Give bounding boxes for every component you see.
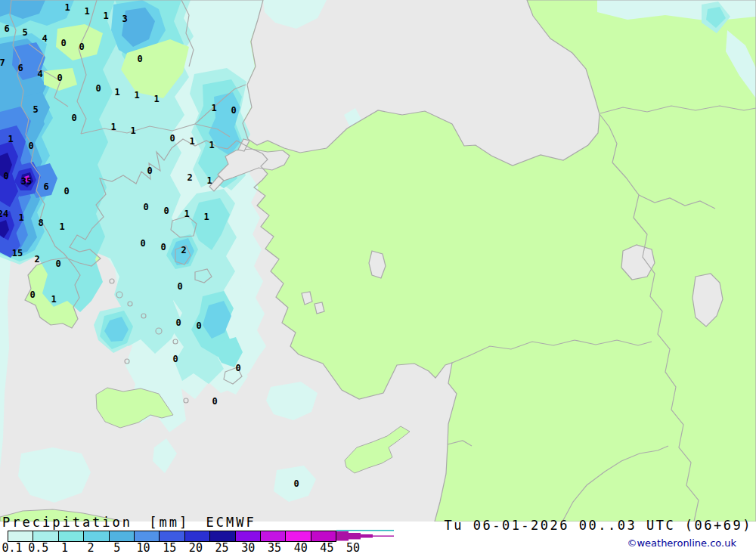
legend-color-box — [185, 531, 210, 541]
precip-value-label: 2 — [34, 254, 39, 265]
precip-value-label: 0 — [160, 242, 166, 252]
precip-value-label: 15 — [12, 248, 23, 258]
precip-value-label: 1 — [103, 11, 108, 21]
precip-value-label: 1 — [51, 294, 56, 305]
precip-value-label: 0 — [3, 171, 8, 181]
legend-tick: 30 — [241, 541, 255, 554]
legend-tick: 1 — [61, 541, 68, 554]
precip-value-label: 1 — [8, 134, 13, 144]
precip-value-label: 1 — [110, 122, 116, 132]
precip-value-label: 1 — [209, 140, 214, 150]
legend-color-box — [135, 531, 160, 541]
precip-value-label: 0 — [55, 258, 60, 269]
precip-value-label: 5 — [33, 104, 38, 115]
legend-tick: 20 — [189, 541, 203, 554]
precip-value-label: 0 — [175, 317, 181, 328]
precip-value-label: 1 — [206, 175, 212, 186]
precip-value-label: 0 — [212, 396, 217, 407]
legend-tick: 0.5 — [28, 541, 48, 554]
forecast-datetime: Tu 06-01-2026 00..03 UTC (06+69) — [444, 518, 752, 533]
precip-value-label: 0 — [169, 133, 175, 144]
precip-value-label: 1 — [59, 221, 64, 232]
legend-tick: 25 — [215, 541, 229, 554]
legend-color-box — [84, 531, 109, 541]
precip-value-label: 0 — [79, 42, 84, 52]
legend-tick: 45 — [320, 541, 333, 554]
precip-value-label: 0 — [140, 238, 145, 249]
precip-value-label: 1 — [64, 2, 70, 13]
legend-color-box — [33, 531, 58, 541]
precip-value-label: 1 — [211, 103, 216, 113]
precip-value-label: 6 — [4, 23, 9, 34]
legend-color-box — [8, 531, 33, 541]
precip-value-label: 1 — [184, 209, 189, 219]
precip-value-label: 0 — [143, 202, 148, 212]
precip-value-label: 0 — [196, 320, 201, 331]
precip-value-label: 2 — [181, 245, 186, 255]
legend-tick: 35 — [268, 541, 281, 554]
legend-tick: 50 — [346, 541, 360, 554]
precip-value-label: 0 — [57, 73, 62, 83]
precip-value-label: 1 — [134, 90, 139, 101]
precip-value-label: 0 — [163, 206, 169, 216]
precip-value-label: 1 — [130, 125, 135, 136]
precip-value-label: 0 — [235, 363, 240, 373]
precip-value-label: 0 — [28, 141, 33, 151]
legend-tick: 10 — [136, 541, 150, 554]
legend-tick: 15 — [163, 541, 176, 554]
weather-map: 1113654007604001111050111001102103560241… — [0, 0, 756, 522]
legend-tick: 0.1 — [2, 541, 22, 554]
legend-title: Precipitation [mm] ECMWF — [2, 515, 256, 530]
precip-value-label: 5 — [22, 27, 27, 38]
precip-value-label: 0 — [293, 478, 299, 489]
precip-value-label: 1 — [153, 94, 159, 104]
precip-value-label: 1 — [114, 87, 119, 97]
precip-value-label: 0 — [71, 113, 76, 123]
precip-value-label: 8 — [38, 218, 43, 228]
precip-value-label: 24 — [0, 209, 8, 219]
legend-color-box — [59, 531, 84, 541]
legend-color-box — [261, 531, 286, 541]
precip-value-label: 4 — [37, 69, 42, 79]
precip-value-label: 3 — [122, 14, 127, 24]
legend-arrow — [336, 530, 397, 542]
legend-color-box — [160, 531, 184, 541]
precip-value-label: 2 — [187, 172, 192, 183]
precip-value-label: 0 — [147, 166, 152, 176]
legend-color-box — [210, 531, 235, 541]
precip-value-label: 1 — [18, 212, 23, 223]
precip-value-label: 0 — [172, 354, 178, 364]
legend-tick: 40 — [294, 541, 308, 554]
copyright-link[interactable]: ©weatheronline.co.uk — [627, 537, 736, 549]
precip-value-label: 0 — [231, 105, 236, 116]
precip-value-label: 6 — [43, 181, 48, 192]
precip-value-label: 1 — [189, 136, 194, 147]
precip-value-label: 0 — [137, 54, 142, 64]
precip-value-label: 0 — [60, 38, 66, 48]
precip-value-label: 4 — [42, 33, 47, 44]
legend-colorbar — [8, 531, 336, 542]
legend-color-box — [286, 531, 311, 541]
precip-value-label: 35 — [21, 176, 32, 187]
legend-color-box — [110, 531, 135, 541]
legend-tick: 5 — [113, 541, 120, 554]
precip-value-label: 0 — [29, 289, 35, 300]
legend-tick: 2 — [88, 541, 94, 554]
precip-value-label: 6 — [17, 63, 23, 73]
precip-value-label: 0 — [177, 281, 182, 292]
precip-value-label: 7 — [0, 57, 5, 68]
precip-value-label: 1 — [84, 6, 89, 17]
legend-color-box — [236, 531, 261, 541]
legend-ticks: 0.10.5125101520253035404550 — [0, 541, 393, 554]
precip-value-label: 0 — [95, 83, 101, 94]
precip-value-label: 0 — [64, 186, 69, 197]
legend-color-box — [311, 531, 336, 541]
precip-value-label: 1 — [203, 212, 209, 222]
